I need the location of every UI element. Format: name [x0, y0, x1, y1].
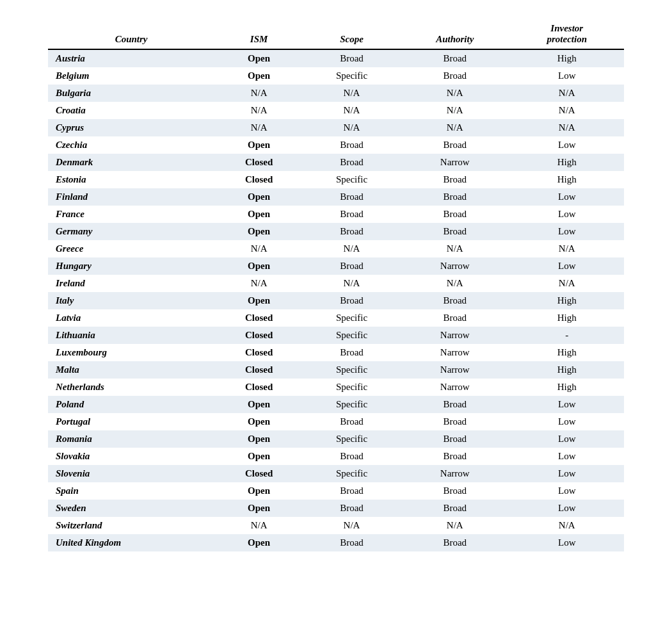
cell-country: Malta: [48, 361, 214, 379]
cell-country: Switzerland: [48, 517, 214, 534]
table-row: LuxembourgClosedBroadNarrowHigh: [48, 344, 624, 361]
cell-authority: Narrow: [400, 327, 510, 344]
cell-authority: Broad: [400, 292, 510, 309]
cell-scope: N/A: [303, 85, 400, 102]
cell-ism: Open: [214, 413, 303, 430]
cell-scope: Specific: [303, 327, 400, 344]
cell-ism: Open: [214, 430, 303, 448]
cell-ism: Closed: [214, 379, 303, 396]
table-row: LithuaniaClosedSpecificNarrow-: [48, 327, 624, 344]
cell-ism: Closed: [214, 465, 303, 482]
cell-ism: N/A: [214, 119, 303, 136]
cell-ism: Open: [214, 49, 303, 67]
cell-authority: Broad: [400, 49, 510, 67]
cell-authority: Narrow: [400, 344, 510, 361]
cell-authority: Broad: [400, 448, 510, 465]
header-country: Country: [48, 19, 214, 49]
cell-country: Slovenia: [48, 465, 214, 482]
table-row: ItalyOpenBroadBroadHigh: [48, 292, 624, 309]
cell-country: Luxembourg: [48, 344, 214, 361]
table-row: BulgariaN/AN/AN/AN/A: [48, 85, 624, 102]
cell-investor-protection: Low: [510, 448, 624, 465]
cell-investor-protection: Low: [510, 482, 624, 500]
cell-investor-protection: Low: [510, 136, 624, 154]
cell-scope: Broad: [303, 154, 400, 171]
cell-investor-protection: High: [510, 309, 624, 327]
cell-authority: Broad: [400, 67, 510, 85]
cell-ism: Open: [214, 223, 303, 240]
cell-investor-protection: Low: [510, 413, 624, 430]
cell-ism: N/A: [214, 517, 303, 534]
header-investor-line1: Investor: [550, 23, 583, 34]
cell-authority: Narrow: [400, 154, 510, 171]
cell-investor-protection: N/A: [510, 240, 624, 257]
cell-authority: Broad: [400, 413, 510, 430]
cell-ism: N/A: [214, 275, 303, 292]
cell-ism: Open: [214, 534, 303, 551]
cell-authority: Broad: [400, 430, 510, 448]
cell-ism: Closed: [214, 344, 303, 361]
cell-authority: Broad: [400, 188, 510, 206]
cell-investor-protection: -: [510, 327, 624, 344]
cell-ism: Open: [214, 188, 303, 206]
cell-authority: Narrow: [400, 361, 510, 379]
cell-scope: Broad: [303, 188, 400, 206]
cell-authority: N/A: [400, 275, 510, 292]
table-row: LatviaClosedSpecificBroadHigh: [48, 309, 624, 327]
cell-investor-protection: N/A: [510, 275, 624, 292]
table-row: MaltaClosedSpecificNarrowHigh: [48, 361, 624, 379]
cell-country: Netherlands: [48, 379, 214, 396]
cell-investor-protection: Low: [510, 188, 624, 206]
cell-ism: Closed: [214, 327, 303, 344]
cell-authority: Broad: [400, 309, 510, 327]
table-row: SloveniaClosedSpecificNarrowLow: [48, 465, 624, 482]
cell-scope: Broad: [303, 344, 400, 361]
cell-ism: N/A: [214, 240, 303, 257]
cell-ism: N/A: [214, 85, 303, 102]
header-ism: ISM: [214, 19, 303, 49]
table-row: CzechiaOpenBroadBroadLow: [48, 136, 624, 154]
cell-scope: Broad: [303, 482, 400, 500]
cell-country: Germany: [48, 223, 214, 240]
cell-country: Romania: [48, 430, 214, 448]
cell-country: Portugal: [48, 413, 214, 430]
cell-scope: Specific: [303, 171, 400, 188]
cell-country: Belgium: [48, 67, 214, 85]
cell-scope: N/A: [303, 102, 400, 119]
header-investor-line2: protection: [547, 34, 588, 45]
cell-investor-protection: High: [510, 292, 624, 309]
cell-authority: Broad: [400, 482, 510, 500]
cell-scope: N/A: [303, 240, 400, 257]
cell-scope: Broad: [303, 257, 400, 275]
cell-ism: Open: [214, 206, 303, 223]
cell-scope: Specific: [303, 465, 400, 482]
cell-investor-protection: N/A: [510, 85, 624, 102]
header-row: Country ISM Scope Authority Investor pro…: [48, 19, 624, 49]
table-row: EstoniaClosedSpecificBroadHigh: [48, 171, 624, 188]
table-row: United KingdomOpenBroadBroadLow: [48, 534, 624, 551]
cell-investor-protection: Low: [510, 500, 624, 517]
cell-investor-protection: Low: [510, 465, 624, 482]
table-row: PortugalOpenBroadBroadLow: [48, 413, 624, 430]
cell-authority: N/A: [400, 240, 510, 257]
cell-investor-protection: High: [510, 344, 624, 361]
cell-authority: Narrow: [400, 465, 510, 482]
table-row: SwedenOpenBroadBroadLow: [48, 500, 624, 517]
cell-country: Austria: [48, 49, 214, 67]
table-row: FinlandOpenBroadBroadLow: [48, 188, 624, 206]
cell-country: Latvia: [48, 309, 214, 327]
cell-scope: Broad: [303, 292, 400, 309]
cell-country: Spain: [48, 482, 214, 500]
cell-scope: N/A: [303, 275, 400, 292]
cell-authority: Broad: [400, 136, 510, 154]
cell-scope: Broad: [303, 206, 400, 223]
cell-scope: Broad: [303, 223, 400, 240]
cell-scope: Specific: [303, 309, 400, 327]
cell-country: Finland: [48, 188, 214, 206]
cell-scope: Broad: [303, 136, 400, 154]
cell-investor-protection: High: [510, 361, 624, 379]
cell-investor-protection: High: [510, 171, 624, 188]
cell-authority: Narrow: [400, 379, 510, 396]
cell-ism: Open: [214, 448, 303, 465]
cell-country: Estonia: [48, 171, 214, 188]
